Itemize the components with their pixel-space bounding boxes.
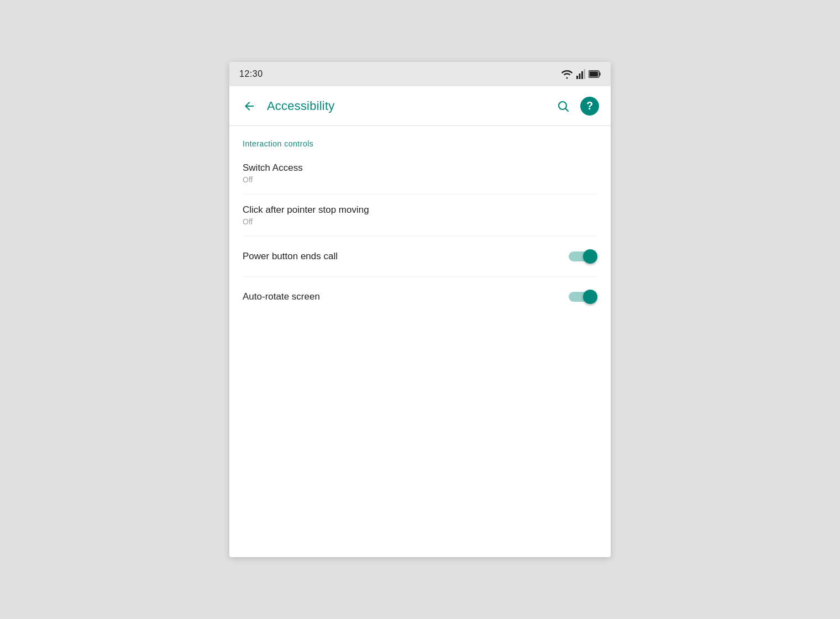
back-button[interactable] — [238, 95, 260, 117]
search-button[interactable] — [551, 94, 575, 118]
item-title-click-pointer: Click after pointer stop moving — [243, 204, 369, 216]
content: Interaction controls Switch Access Off C… — [229, 126, 611, 557]
wifi-icon — [561, 69, 573, 79]
item-title-auto-rotate: Auto-rotate screen — [243, 291, 320, 302]
status-bar: 12:30 — [229, 62, 611, 86]
settings-item-switch-access[interactable]: Switch Access Off — [229, 153, 611, 194]
app-bar-actions: ? — [551, 94, 602, 118]
toggle-auto-rotate[interactable] — [569, 288, 597, 305]
app-title: Accessibility — [267, 99, 544, 113]
item-text-power-button: Power button ends call — [243, 251, 338, 262]
item-text-switch-access: Switch Access Off — [243, 162, 303, 184]
settings-item-power-button[interactable]: Power button ends call — [229, 237, 611, 276]
battery-icon — [589, 70, 601, 78]
item-title-power-button: Power button ends call — [243, 251, 338, 262]
phone-frame: 12:30 — [229, 62, 611, 557]
settings-item-auto-rotate[interactable]: Auto-rotate screen — [229, 277, 611, 317]
svg-rect-3 — [584, 69, 586, 79]
item-text-click-pointer: Click after pointer stop moving Off — [243, 204, 369, 226]
toggle-power-button[interactable] — [569, 248, 597, 265]
svg-rect-2 — [581, 71, 583, 79]
svg-text:?: ? — [586, 99, 593, 112]
svg-rect-6 — [590, 72, 599, 77]
app-bar: Accessibility ? — [229, 86, 611, 126]
toggle-thumb-power-button — [583, 249, 597, 264]
status-time: 12:30 — [239, 69, 263, 79]
item-text-auto-rotate: Auto-rotate screen — [243, 291, 320, 302]
help-button[interactable]: ? — [578, 94, 602, 118]
toggle-thumb-auto-rotate — [583, 290, 597, 304]
item-title-switch-access: Switch Access — [243, 162, 303, 174]
settings-item-click-pointer[interactable]: Click after pointer stop moving Off — [229, 195, 611, 236]
status-icons — [561, 69, 601, 79]
svg-rect-5 — [600, 72, 601, 76]
item-subtitle-switch-access: Off — [243, 175, 303, 184]
svg-rect-0 — [576, 76, 578, 79]
signal-icon — [576, 69, 585, 79]
svg-line-8 — [566, 108, 569, 111]
item-subtitle-click-pointer: Off — [243, 217, 369, 226]
section-header-interaction-controls: Interaction controls — [229, 126, 611, 153]
svg-rect-1 — [579, 74, 581, 79]
